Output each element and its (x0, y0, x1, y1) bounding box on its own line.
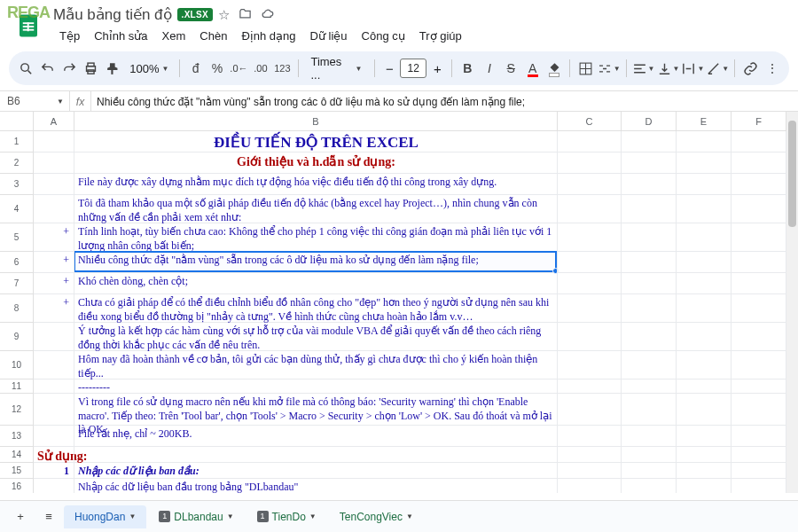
vertical-scrollbar[interactable] (786, 112, 798, 493)
cell[interactable]: + (34, 294, 74, 323)
row-header[interactable]: 7 (0, 273, 33, 294)
more-icon[interactable]: ⋮ (763, 57, 782, 80)
cell[interactable]: --------- (74, 379, 558, 394)
cell[interactable]: Chưa có giải pháp để có thể điều chỉnh b… (74, 294, 558, 323)
format-123-icon[interactable]: 123 (272, 57, 292, 80)
wrap-icon[interactable]: ▼ (681, 57, 704, 80)
add-sheet-icon[interactable]: + (7, 505, 34, 529)
undo-icon[interactable] (37, 57, 57, 80)
row-header[interactable]: 8 (0, 294, 33, 323)
cell[interactable]: Ý tưởng là kết hợp các hàm cùng với sự h… (74, 323, 558, 351)
cell[interactable]: 1 (34, 463, 74, 479)
row-header[interactable]: 15 (0, 463, 33, 479)
row-header[interactable]: 9 (0, 323, 33, 351)
sheet-tab[interactable]: 1DLbandau▼ (148, 505, 244, 528)
cell[interactable]: + (34, 273, 74, 294)
borders-icon[interactable] (575, 57, 595, 80)
italic-icon[interactable]: I (480, 57, 499, 80)
row-header[interactable]: 2 (0, 153, 33, 174)
cell[interactable]: File rất nhẹ, chỉ ~ 200KB. (74, 426, 558, 447)
name-box[interactable]: B6▼ (0, 95, 69, 107)
cell[interactable]: Khó chèn dòng, chèn cột; (74, 273, 558, 294)
fx-icon[interactable]: fx (69, 91, 90, 111)
row-header[interactable]: 1 (0, 131, 33, 153)
cell[interactable]: Tính linh hoạt, tùy biến chưa cao: Không… (74, 223, 558, 252)
cloud-icon[interactable] (261, 7, 274, 23)
cell[interactable]: Giới thiệu và h.dẫn sử dụng: (74, 153, 558, 174)
cell[interactable]: ĐIỀU TIẾN ĐỘ TRÊN EXCEL (74, 131, 558, 153)
valign-icon[interactable]: ▼ (657, 57, 680, 80)
bold-icon[interactable]: B (458, 57, 477, 80)
col-header-A[interactable]: A (34, 112, 74, 130)
sheet-tab[interactable]: TenCongViec▼ (329, 505, 424, 528)
col-header-D[interactable]: D (622, 112, 677, 130)
cell[interactable]: Sử dụng: (34, 447, 558, 463)
app-logo[interactable] (11, 10, 46, 42)
menu-edit[interactable]: Chỉnh sửa (88, 26, 153, 46)
menu-tools[interactable]: Công cụ (356, 26, 411, 46)
row-header[interactable]: 12 (0, 394, 33, 426)
halign-icon[interactable]: ▼ (632, 57, 655, 80)
sheet-tab[interactable]: HuongDan▼ (64, 505, 146, 528)
col-header-E[interactable]: E (677, 112, 732, 130)
search-icon[interactable] (16, 57, 35, 80)
sheet-tab[interactable]: 1TienDo▼ (246, 505, 327, 528)
row-header[interactable]: 14 (0, 447, 33, 463)
menu-file[interactable]: Tệp (53, 26, 86, 46)
document-title[interactable]: Mẫu bảng tiến độ (53, 5, 172, 24)
scroll-thumb[interactable] (788, 121, 796, 227)
row-header[interactable]: 4 (0, 195, 33, 223)
select-all-cell[interactable] (0, 112, 34, 130)
strike-icon[interactable]: S (501, 57, 520, 80)
star-icon[interactable]: ☆ (218, 7, 230, 23)
increase-font-icon[interactable]: + (428, 59, 446, 77)
cell[interactable]: File này được xây dựng nhằm mục đích tự … (74, 174, 558, 195)
svg-point-5 (21, 63, 28, 71)
font-select[interactable]: Times ...▼ (303, 55, 369, 82)
merge-icon[interactable]: ▼ (598, 57, 621, 80)
spreadsheet-grid[interactable]: ABCDEF 1234567891011121314151617 ĐIỀU TI… (0, 112, 798, 493)
row-header[interactable]: 10 (0, 351, 33, 379)
cell[interactable]: Nhập các dữ liệu ban đầu: (74, 463, 558, 479)
print-icon[interactable] (81, 57, 100, 80)
rotate-icon[interactable]: ▼ (706, 57, 729, 80)
decrease-font-icon[interactable]: − (380, 59, 398, 77)
all-sheets-icon[interactable]: ≡ (35, 505, 62, 529)
move-icon[interactable] (239, 7, 252, 23)
cell[interactable]: + (34, 252, 74, 273)
link-icon[interactable] (740, 57, 760, 80)
row-header[interactable]: 3 (0, 174, 33, 195)
menu-format[interactable]: Định dạng (235, 26, 301, 46)
file-badge: .XLSX (177, 8, 213, 21)
redo-icon[interactable] (59, 57, 79, 80)
fill-color-icon[interactable] (544, 57, 564, 80)
paint-icon[interactable] (103, 57, 122, 80)
formula-input[interactable]: Nhiều công thức đặt "nằm vùng" sẵn trong… (90, 91, 798, 111)
increase-decimal-icon[interactable]: .00 (251, 57, 270, 80)
col-header-C[interactable]: C (558, 112, 622, 130)
menu-data[interactable]: Dữ liệu (304, 26, 354, 46)
col-header-B[interactable]: B (74, 112, 558, 130)
row-header[interactable]: 16 (0, 479, 33, 493)
cell[interactable]: + (34, 223, 74, 252)
cell[interactable]: Hôm nay đã hoàn thành về cơ bản, tôi gửi… (74, 351, 558, 379)
col-header-F[interactable]: F (732, 112, 786, 130)
row-header[interactable]: 13 (0, 426, 33, 447)
decrease-decimal-icon[interactable]: .0← (229, 57, 248, 80)
menu-insert[interactable]: Chèn (193, 26, 233, 46)
cell[interactable]: Tôi đã tham khảo qua một số giải pháp đi… (74, 195, 558, 223)
cell[interactable]: Nhập các dữ liệu ban đầu trong bảng "DLb… (74, 479, 558, 493)
percent-icon[interactable]: % (207, 57, 227, 80)
row-header[interactable]: 6 (0, 252, 33, 273)
selection-box (74, 251, 557, 272)
currency-icon[interactable]: đ (185, 57, 205, 80)
font-size-input[interactable]: 12 (400, 59, 426, 78)
zoom-select[interactable]: 100%▼ (124, 62, 174, 75)
title-bar: Mẫu bảng tiến độ .XLSX ☆ Tệp Chỉnh sửa X… (0, 0, 798, 48)
menu-view[interactable]: Xem (156, 26, 192, 46)
text-color-icon[interactable]: A (523, 57, 543, 80)
row-header[interactable]: 5 (0, 223, 33, 252)
row-header[interactable]: 11 (0, 379, 33, 394)
cell[interactable]: Vì trong file có sử dụng macro nên nếu k… (74, 394, 558, 426)
menu-help[interactable]: Trợ giúp (413, 26, 468, 46)
